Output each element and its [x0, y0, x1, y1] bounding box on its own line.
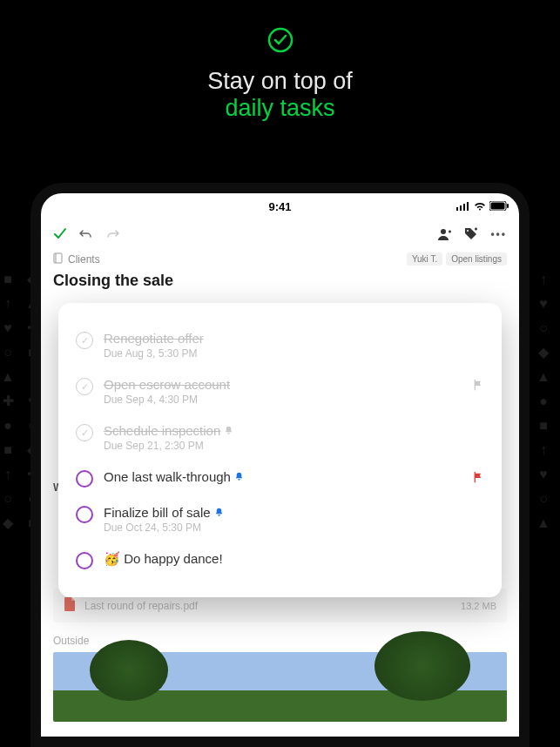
check-done-icon[interactable]: [76, 424, 93, 441]
attachment-name: Last round of repairs.pdf: [84, 600, 198, 612]
task-row[interactable]: One last walk-through: [76, 461, 484, 496]
tag-chips: Yuki T. Open listings: [407, 252, 507, 266]
hero-line2: daily tasks: [0, 95, 560, 122]
check-open-icon[interactable]: [76, 552, 93, 569]
more-icon[interactable]: •••: [490, 228, 507, 240]
reminder-bell-icon: [224, 426, 233, 438]
reminder-bell-icon: [234, 472, 244, 484]
svg-rect-6: [491, 202, 505, 209]
svg-point-8: [441, 229, 446, 234]
hero-title: Stay on top of daily tasks: [0, 68, 560, 122]
hero-line1: Stay on top of: [207, 68, 353, 94]
reminder-bell-icon: [214, 508, 224, 520]
check-done-icon[interactable]: [76, 332, 93, 349]
task-title: Renegotiate offer: [104, 331, 484, 346]
task-due: Due Aug 3, 5:30 PM: [104, 347, 484, 360]
redo-icon[interactable]: [105, 227, 119, 241]
undo-icon[interactable]: [79, 227, 93, 241]
svg-rect-1: [456, 207, 458, 211]
svg-rect-3: [463, 204, 465, 211]
chip[interactable]: Open listings: [446, 252, 507, 266]
task-row[interactable]: Finalize bill of saleDue Oct 24, 5:30 PM: [76, 496, 484, 542]
confirm-icon[interactable]: [53, 227, 67, 241]
svg-rect-10: [54, 253, 62, 263]
battery-icon: [489, 200, 509, 213]
promo-background: ◆■◆■◆↑▲↑▲↑✚♥✚♥✚○●○●○■◆■◆■▲↑▲↑▲♥✚♥✚♥●○●○●…: [0, 0, 560, 747]
status-bar: 9:41: [41, 193, 519, 219]
device-frame: 9:41: [30, 183, 530, 747]
tag-add-icon[interactable]: [464, 227, 478, 241]
task-title: One last walk-through: [104, 469, 484, 484]
svg-rect-7: [507, 204, 509, 208]
task-title: Schedule inspection: [104, 423, 484, 438]
check-open-icon[interactable]: [76, 470, 93, 488]
status-time: 9:41: [268, 200, 291, 213]
pdf-icon: [64, 597, 76, 614]
task-due: Due Sep 21, 2:30 PM: [104, 440, 484, 452]
flag-icon[interactable]: [472, 379, 484, 394]
task-title: Finalize bill of sale: [104, 505, 484, 520]
editor-toolbar: •••: [41, 219, 519, 249]
task-due: Due Oct 24, 5:30 PM: [104, 522, 484, 534]
note-title[interactable]: Closing the sale: [41, 266, 519, 299]
attachment-size: 13.2 MB: [461, 601, 496, 611]
svg-rect-4: [467, 202, 469, 211]
check-circle-icon: [267, 26, 294, 54]
hero-section: Stay on top of daily tasks: [0, 26, 560, 122]
task-row[interactable]: Renegotiate offerDue Aug 3, 5:30 PM: [76, 322, 484, 368]
task-row[interactable]: Open escrow accountDue Sep 4, 4:30 PM: [76, 368, 484, 414]
notebook-icon: [53, 252, 63, 266]
breadcrumb-label: Clients: [68, 253, 100, 266]
device-screen: 9:41: [41, 193, 519, 737]
add-person-icon[interactable]: [438, 227, 452, 241]
photo-thumbnail[interactable]: [53, 652, 507, 722]
svg-rect-2: [460, 205, 462, 211]
task-list-card: Renegotiate offerDue Aug 3, 5:30 PMOpen …: [58, 303, 502, 597]
check-done-icon[interactable]: [76, 378, 93, 395]
chip[interactable]: Yuki T.: [407, 252, 442, 266]
svg-point-9: [467, 230, 469, 232]
task-row[interactable]: 🥳 Do happy dance!: [76, 542, 484, 578]
flag-icon[interactable]: [472, 471, 484, 486]
task-row[interactable]: Schedule inspectionDue Sep 21, 2:30 PM: [76, 414, 484, 461]
signal-icon: [456, 200, 470, 213]
task-title: 🥳 Do happy dance!: [104, 551, 484, 567]
wifi-icon: [474, 200, 486, 213]
check-open-icon[interactable]: [76, 506, 93, 523]
task-title: Open escrow account: [104, 377, 484, 392]
task-due: Due Sep 4, 4:30 PM: [104, 394, 484, 406]
